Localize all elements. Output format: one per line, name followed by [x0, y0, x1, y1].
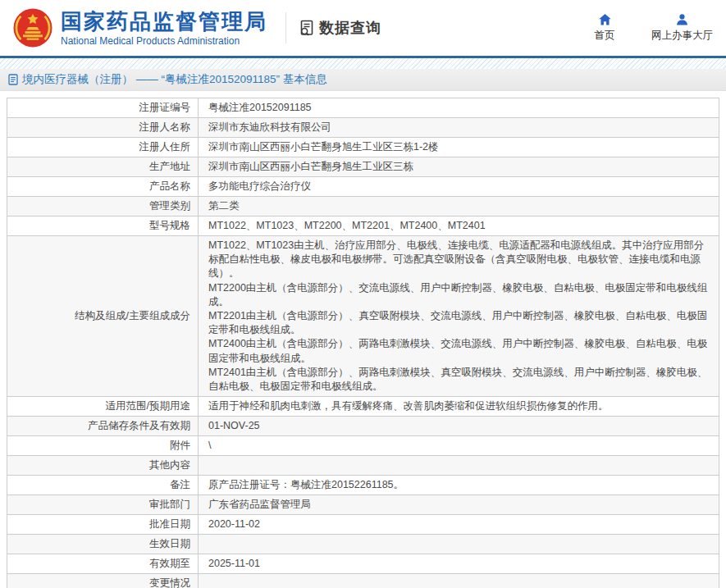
row-label-text: 附件	[170, 440, 190, 451]
table-row: 其他内容	[7, 456, 719, 476]
row-value-text: 深圳市南山区西丽小白芒翻身旭生工业区三栋1-2楼	[208, 141, 439, 153]
row-label-text: 产品名称	[149, 180, 190, 192]
row-label: 其他内容	[7, 456, 199, 476]
row-label: 产品储存条件及有效期	[7, 417, 199, 436]
row-value: 粤械注准20152091185	[199, 98, 719, 118]
site-title: 国家药品监督管理局	[61, 9, 267, 34]
row-label-text: 注册证编号	[139, 102, 191, 113]
row-value	[199, 535, 719, 554]
row-value: 2020-11-02	[199, 515, 719, 535]
row-label: 注册人住所	[7, 138, 199, 157]
row-label-text: 变更情况	[149, 577, 190, 588]
row-value-text: 深圳市南山区西丽小白芒翻身旭生工业区三栋	[208, 161, 413, 172]
row-label: 结构及组成/主要组成成分	[7, 236, 199, 397]
table-row: 管理类别第二类	[7, 197, 719, 217]
row-value: 多功能电疗综合治疗仪	[199, 177, 719, 197]
row-label-text: 注册人名称	[139, 121, 191, 133]
breadcrumb-text: 境内医疗器械（注册） —— “粤械注准20152091185” 基本信息	[22, 72, 327, 87]
row-value	[199, 574, 719, 588]
row-label-text: 其他内容	[149, 459, 190, 471]
decorative-hatch-band	[0, 58, 726, 69]
row-value: 广东省药品监督管理局	[199, 495, 719, 515]
row-value-text: 深圳市东迪欣科技有限公司	[208, 121, 331, 133]
data-query-label: 数据查询	[319, 18, 381, 38]
table-row: 适用范围/预期用途适用于神经和肌肉电刺激，具有缓解疼痛、改善肌肉萎缩和促进软组织…	[7, 397, 719, 417]
row-label: 附件	[7, 436, 199, 456]
row-value-text: 粤械注准20152091185	[208, 102, 312, 113]
nav-service-hall[interactable]: 网上办事大厅	[651, 13, 713, 43]
top-nav: 首页 网上办事大厅	[586, 13, 726, 43]
row-value: 第二类	[199, 197, 719, 217]
row-label: 产品名称	[7, 177, 199, 197]
site-subtitle: National Medical Products Administration	[61, 35, 267, 48]
row-value-text: 2025-11-01	[208, 558, 260, 569]
table-row: 注册人住所深圳市南山区西丽小白芒翻身旭生工业区三栋1-2楼	[7, 138, 719, 157]
composition-paragraph: MT2201由主机（含电源部分）、真空吸附模块、交流电源线、用户中断控制器、橡胶…	[208, 309, 712, 337]
table-row: 产品名称多功能电疗综合治疗仪	[7, 177, 719, 197]
row-label-text: 生产地址	[149, 161, 190, 172]
header-divider	[285, 12, 286, 43]
nav-home[interactable]: 首页	[586, 13, 623, 43]
table-row: 注册证编号粤械注准20152091185	[7, 98, 719, 118]
row-value: MT1022、MT1023、MT2200、MT2201、MT2400、MT240…	[199, 217, 719, 236]
brand-text: 国家药品监督管理局 National Medical Products Admi…	[61, 9, 267, 48]
row-value: MT1022、MT1023由主机、治疗应用部分、电极线、连接电缆、电源适配器和电…	[199, 236, 719, 397]
row-value-text: 2020-11-02	[208, 518, 260, 530]
row-label: 备注	[7, 476, 199, 495]
table-row: 型号规格MT1022、MT1023、MT2200、MT2201、MT2400、M…	[7, 217, 719, 236]
row-label: 适用范围/预期用途	[7, 397, 199, 417]
breadcrumb-bar: 境内医疗器械（注册） —— “粤械注准20152091185” 基本信息	[0, 69, 726, 91]
row-label-text: 备注	[170, 479, 190, 490]
composition-paragraph: MT2401由主机（含电源部分）、两路电刺激模块、真空吸附模块、交流电源线、用户…	[208, 366, 712, 394]
row-value-text: 第二类	[208, 200, 240, 212]
table-row: 批准日期2020-11-02	[7, 515, 719, 535]
row-value: 01-NOV-25	[199, 417, 719, 436]
data-query-tab[interactable]: 数据查询	[298, 18, 381, 38]
row-value: 深圳市东迪欣科技有限公司	[199, 118, 719, 138]
row-label-text: 适用范围/预期用途	[106, 400, 190, 412]
row-label-text: 生效日期	[149, 538, 190, 549]
row-label: 注册证编号	[7, 98, 199, 118]
row-label-text: 审批部门	[149, 499, 190, 510]
row-value: 深圳市南山区西丽小白芒翻身旭生工业区三栋	[199, 157, 719, 177]
row-value: 深圳市南山区西丽小白芒翻身旭生工业区三栋1-2楼	[199, 138, 719, 157]
table-row: 变更情况	[7, 574, 719, 588]
row-value-text: 01-NOV-25	[208, 420, 260, 431]
row-value: 适用于神经和肌肉电刺激，具有缓解疼痛、改善肌肉萎缩和促进软组织损伤修复的作用。	[199, 397, 719, 417]
row-label: 批准日期	[7, 515, 199, 535]
row-label: 变更情况	[7, 574, 199, 588]
row-label: 型号规格	[7, 217, 199, 236]
table-row: 生效日期	[7, 535, 719, 554]
data-query-icon	[298, 19, 316, 37]
brand-logo-link[interactable]: 国家药品监督管理局 National Medical Products Admi…	[13, 8, 267, 48]
nav-home-label: 首页	[595, 29, 615, 43]
header: 国家药品监督管理局 National Medical Products Admi…	[0, 0, 726, 56]
row-label: 审批部门	[7, 495, 199, 515]
table-row: 生产地址深圳市南山区西丽小白芒翻身旭生工业区三栋	[7, 157, 719, 177]
table-row: 附件\	[7, 436, 719, 456]
row-value-text: 多功能电疗综合治疗仪	[208, 180, 311, 192]
row-label: 生效日期	[7, 535, 199, 554]
user-icon	[675, 13, 689, 26]
row-value-text: MT1022、MT1023、MT2200、MT2201、MT2400、MT240…	[208, 220, 486, 231]
home-icon	[598, 13, 612, 26]
document-icon	[8, 74, 18, 85]
row-value-text: 广东省药品监督管理局	[208, 499, 311, 510]
row-label-text: 型号规格	[149, 220, 190, 231]
row-value-text: 原产品注册证号：粤械注准20152261185。	[208, 479, 404, 490]
row-label-text: 有效期至	[149, 558, 190, 569]
row-label: 生产地址	[7, 157, 199, 177]
row-label-text: 结构及组成/主要组成成分	[75, 310, 190, 321]
row-label-text: 注册人住所	[139, 141, 191, 153]
breadcrumb[interactable]: 境内医疗器械（注册） —— “粤械注准20152091185” 基本信息	[8, 72, 327, 87]
table-row: 结构及组成/主要组成成分MT1022、MT1023由主机、治疗应用部分、电极线、…	[7, 236, 719, 397]
table-row: 审批部门广东省药品监督管理局	[7, 495, 719, 515]
row-label-text: 产品储存条件及有效期	[88, 420, 190, 431]
row-label-text: 批准日期	[149, 518, 190, 530]
national-emblem-logo	[13, 8, 53, 48]
row-value: \	[199, 436, 719, 456]
table-row: 备注原产品注册证号：粤械注准20152261185。	[7, 476, 719, 495]
row-label: 有效期至	[7, 554, 199, 574]
row-value: 原产品注册证号：粤械注准20152261185。	[199, 476, 719, 495]
info-table-body: 注册证编号粤械注准20152091185注册人名称深圳市东迪欣科技有限公司注册人…	[7, 98, 719, 588]
